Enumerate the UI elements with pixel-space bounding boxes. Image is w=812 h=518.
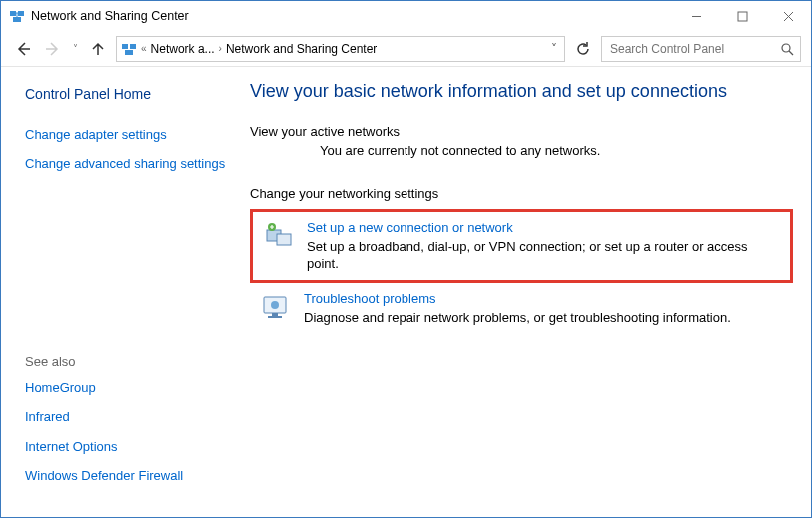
sidebar: Control Panel Home Change adapter settin… (1, 67, 246, 517)
minimize-button[interactable] (673, 1, 719, 31)
active-networks-header: View your active networks (250, 124, 793, 139)
active-networks-status: You are currently not connected to any n… (320, 143, 793, 158)
chevron-left-icon[interactable]: « (141, 43, 147, 54)
up-button[interactable] (86, 37, 110, 61)
search-box[interactable] (601, 36, 801, 62)
back-button[interactable] (11, 37, 35, 61)
svg-rect-6 (125, 50, 133, 55)
change-advanced-sharing-link[interactable]: Change advanced sharing settings (25, 155, 234, 173)
troubleshoot-desc: Diagnose and repair network problems, or… (304, 309, 731, 327)
breadcrumb-item-parent[interactable]: Network a... (151, 42, 215, 56)
window-title: Network and Sharing Center (31, 9, 189, 23)
svg-rect-5 (130, 44, 136, 49)
see-also-section: See also HomeGroup Infrared Internet Opt… (25, 354, 234, 505)
svg-rect-3 (738, 12, 747, 21)
svg-rect-4 (122, 44, 128, 49)
svg-point-7 (782, 44, 790, 52)
breadcrumb-dropdown[interactable]: ˅ (548, 42, 560, 56)
addressbar: ˅ « Network a... › Network and Sharing C… (1, 31, 811, 67)
change-settings-header: Change your networking settings (250, 186, 793, 201)
infrared-link[interactable]: Infrared (25, 408, 234, 426)
window-controls (673, 1, 811, 31)
svg-rect-13 (268, 316, 282, 318)
page-heading: View your basic network information and … (250, 81, 793, 102)
internet-options-link[interactable]: Internet Options (25, 438, 234, 456)
search-icon[interactable] (780, 42, 794, 56)
network-center-icon (121, 41, 137, 57)
titlebar: Network and Sharing Center (1, 1, 811, 31)
recent-locations-dropdown[interactable]: ˅ (71, 43, 80, 54)
troubleshoot-icon (260, 291, 292, 323)
refresh-button[interactable] (571, 37, 595, 61)
troubleshoot-option[interactable]: Troubleshoot problems Diagnose and repai… (250, 283, 793, 335)
change-adapter-settings-link[interactable]: Change adapter settings (25, 126, 234, 144)
svg-rect-12 (272, 313, 278, 316)
search-input[interactable] (608, 41, 780, 57)
control-panel-home-link[interactable]: Control Panel Home (25, 85, 234, 104)
svg-rect-9 (277, 234, 291, 245)
setup-connection-icon (263, 220, 295, 252)
network-sharing-window: Network and Sharing Center ˅ « Network a… (0, 0, 812, 518)
breadcrumb-item-current[interactable]: Network and Sharing Center (226, 42, 377, 56)
forward-button[interactable] (41, 37, 65, 61)
main-content: View your basic network information and … (246, 67, 811, 517)
breadcrumb-bar[interactable]: « Network a... › Network and Sharing Cen… (116, 36, 565, 62)
setup-connection-title: Set up a new connection or network (307, 220, 782, 235)
maximize-button[interactable] (719, 1, 765, 31)
setup-connection-desc: Set up a broadband, dial-up, or VPN conn… (307, 238, 782, 272)
firewall-link[interactable]: Windows Defender Firewall (25, 467, 234, 485)
chevron-right-icon[interactable]: › (219, 43, 222, 54)
close-button[interactable] (765, 1, 811, 31)
see-also-header: See also (25, 354, 234, 369)
network-center-icon (9, 8, 25, 24)
svg-point-14 (271, 301, 279, 309)
homegroup-link[interactable]: HomeGroup (25, 379, 234, 397)
setup-connection-option[interactable]: Set up a new connection or network Set u… (250, 209, 793, 283)
troubleshoot-title: Troubleshoot problems (304, 291, 731, 306)
